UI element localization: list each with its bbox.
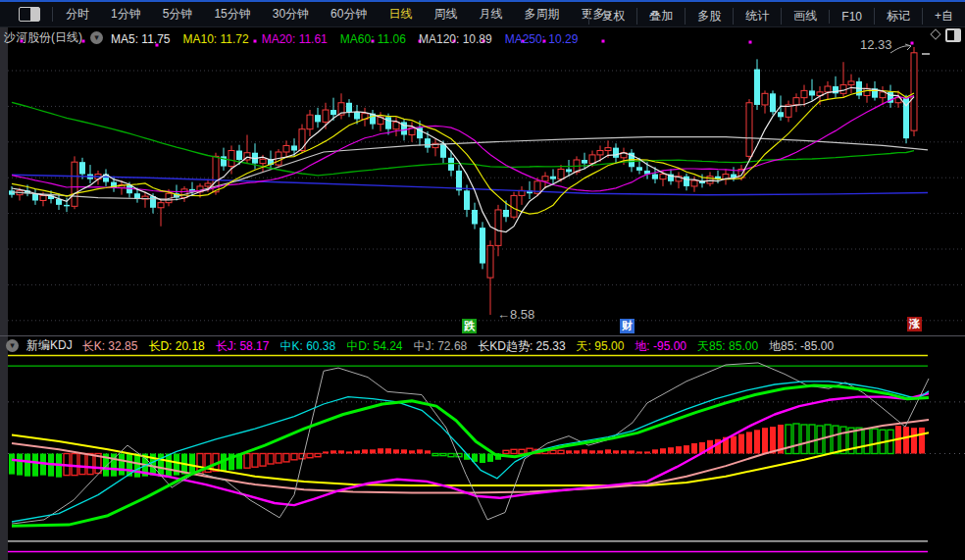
indicator-param: 中D: 54.24 [346,339,402,353]
ma-label: MA120: 10.89 [419,32,492,46]
indicator-header: 新编KDJ 长K: 32.85长D: 20.18长J: 58.17中K: 60.… [6,338,844,352]
indicator-title[interactable]: 新编KDJ [26,337,73,354]
stock-title[interactable]: 沙河股份(日线) [4,29,82,46]
app-window: 分时1分钟5分钟15分钟30分钟60分钟日线周线月线多周期更多 › 复权叠加多股… [0,0,965,560]
indicator-legend: 长K: 32.85长D: 20.18长J: 58.17中K: 60.38中D: … [82,336,844,355]
chart-header: 沙河股份(日线) MA5: 11.75MA10: 11.72MA20: 11.6… [4,30,590,45]
low-price-annotation: ←8.58 [497,307,534,322]
indicator-param: 长J: 58.17 [216,339,270,353]
indicator-param: 中K: 60.38 [279,339,335,353]
high-price-annotation: 12.33 [860,37,892,52]
chevron-down-icon[interactable] [6,339,19,352]
ma-legend: MA5: 11.75MA10: 11.72MA20: 11.61MA60: 11… [111,29,590,47]
ma-label: MA10: 11.72 [182,32,248,46]
marker-badge: 跌 [462,319,477,333]
marker-badge: 财 [620,319,635,333]
marker-badge: 涨 [907,317,922,331]
chevron-down-icon[interactable] [90,31,103,44]
indicator-param: 天: 95.00 [577,339,625,353]
indicator-param: 长K: 32.85 [82,339,138,353]
split-window-icon[interactable] [945,28,961,42]
chart-canvas[interactable] [0,0,965,560]
ma-label: MA60: 11.06 [340,32,406,46]
ma-label: MA20: 11.61 [262,32,328,46]
indicator-param: 中J: 72.68 [414,339,468,353]
ma-label: MA5: 11.75 [111,32,170,46]
indicator-param: 地85: -85.00 [769,339,834,353]
indicator-param: 天85: 85.00 [697,339,758,353]
indicator-param: 长KD趋势: 25.33 [478,339,565,353]
indicator-param: 地: -95.00 [635,339,686,353]
ma-label: MA250: 10.29 [505,32,579,46]
indicator-param: 长D: 20.18 [148,339,204,353]
